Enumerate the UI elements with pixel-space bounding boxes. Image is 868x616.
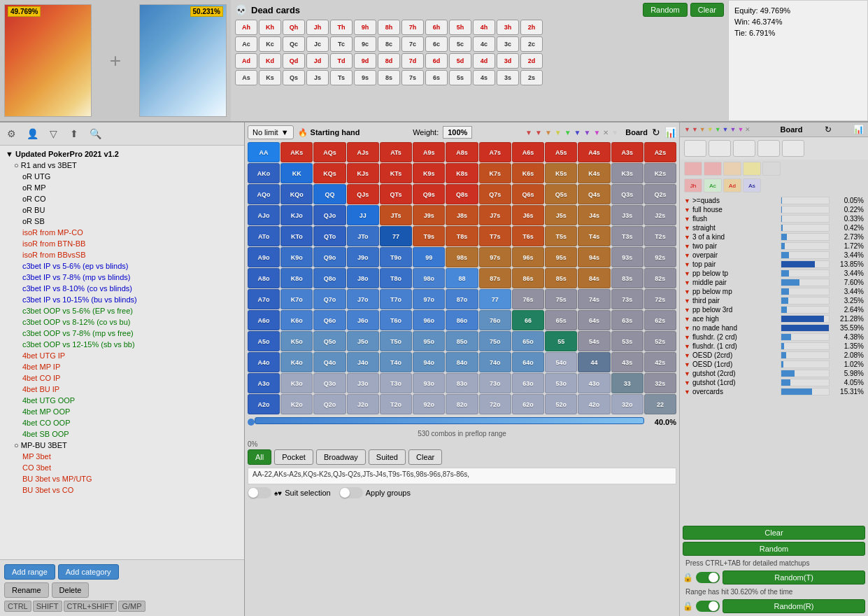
board-tile-Jh[interactable]: Jh <box>684 178 702 192</box>
chart-button[interactable]: 📊 <box>664 127 676 138</box>
hand-cell-92o[interactable]: 92o <box>413 394 445 414</box>
hand-cell-T2o[interactable]: T2o <box>380 394 412 414</box>
hand-cell-32o[interactable]: 32o <box>611 394 643 414</box>
game-mode-select[interactable]: No limit ▼ <box>248 125 294 139</box>
card-2s[interactable]: 2s <box>520 70 543 85</box>
hand-cell-94o[interactable]: 94o <box>413 352 445 372</box>
hand-cell-93s[interactable]: 93s <box>611 247 643 267</box>
card-4s[interactable]: 4s <box>473 70 495 85</box>
hand-cell-T8s[interactable]: T8s <box>446 226 478 246</box>
hand-cell-T4s[interactable]: T4s <box>578 226 610 246</box>
filter-x-icon[interactable]: ✕ <box>603 129 609 136</box>
hand-cell-QJs[interactable]: QJs <box>347 184 379 204</box>
sidebar-item-c3bet-oop-812[interactable]: c3bet OOP vs 8-12% (co vs bu) <box>3 316 241 328</box>
hand-cell-AJo[interactable]: AJo <box>248 205 280 225</box>
board-tile-5[interactable] <box>762 162 781 176</box>
sidebar-item-mp3bet[interactable]: MP 3bet <box>3 451 241 462</box>
sidebar-item-4bet-utg-ip[interactable]: 4bet UTG IP <box>3 350 241 361</box>
card-3d[interactable]: 3d <box>497 53 519 69</box>
sidebar-item-4bet-co-oop[interactable]: 4bet CO OOP <box>3 417 241 428</box>
hand-cell-KQo[interactable]: KQo <box>280 184 313 204</box>
hand-cell-96s[interactable]: 96s <box>512 247 544 267</box>
hand-cell-Q8o[interactable]: Q8o <box>313 268 346 288</box>
hand-cell-64o[interactable]: 64o <box>512 352 544 372</box>
card-6d[interactable]: 6d <box>425 53 448 69</box>
hand-cell-A9s[interactable]: A9s <box>413 142 445 162</box>
hand-cell-T6o[interactable]: T6o <box>380 310 412 330</box>
sidebar-item-c3bet-ip-56[interactable]: c3bet IP vs 5-6% (ep vs blinds) <box>3 260 241 272</box>
sidebar-item-c3bet-oop-78[interactable]: c3bet OOP vs 7-8% (mp vs free) <box>3 328 241 339</box>
delete-btn[interactable]: Delete <box>52 582 90 598</box>
hand-cell-K2o[interactable]: K2o <box>280 394 313 414</box>
random-r-toggle[interactable] <box>696 601 720 612</box>
board-tile-2[interactable] <box>704 162 722 176</box>
hand-cell-JJ[interactable]: JJ <box>347 205 379 225</box>
hand-cell-KJs[interactable]: KJs <box>347 163 379 183</box>
card-Jd[interactable]: Jd <box>306 53 329 69</box>
hand-cell-JTs[interactable]: JTs <box>380 205 412 225</box>
hand-cell-72o[interactable]: 72o <box>479 394 511 414</box>
sidebar-item-4bet-mp-oop[interactable]: 4bet MP OOP <box>3 406 241 417</box>
hand-cell-QTo[interactable]: QTo <box>313 226 346 246</box>
hand-cell-T6s[interactable]: T6s <box>512 226 544 246</box>
card-Ks[interactable]: Ks <box>259 70 281 85</box>
filter-clear-btn[interactable]: Clear <box>408 449 442 465</box>
refresh-stats-btn[interactable]: ↻ <box>825 125 832 134</box>
hand-cell-77[interactable]: 77 <box>479 289 511 309</box>
add-range-button[interactable]: + <box>110 50 121 72</box>
hand-cell-Q2o[interactable]: Q2o <box>313 394 346 414</box>
hand-cell-87o[interactable]: 87o <box>446 289 478 309</box>
hand-cell-AKs[interactable]: AKs <box>280 142 313 162</box>
hand-cell-K3o[interactable]: K3o <box>280 373 313 393</box>
hand-cell-65s[interactable]: 65s <box>545 310 577 330</box>
board-tile-Ac[interactable]: Ac <box>704 178 722 192</box>
hand-cell-65o[interactable]: 65o <box>512 331 544 351</box>
hand-cell-JTo[interactable]: JTo <box>347 226 379 246</box>
sidebar-item-c3bet-oop-56[interactable]: c3bet OOP vs 5-6% (EP vs free) <box>3 305 241 316</box>
board-tile-1[interactable] <box>684 162 702 176</box>
hand-cell-T8o[interactable]: T8o <box>380 268 412 288</box>
hand-cell-Q9s[interactable]: Q9s <box>413 184 445 204</box>
weight-value-box[interactable]: 100% <box>443 126 472 139</box>
sidebar-item-c3bet-ip-1015[interactable]: c3bet IP vs 10-15% (bu vs blinds) <box>3 294 241 305</box>
card-Qh[interactable]: Qh <box>283 20 305 35</box>
hand-cell-KTo[interactable]: KTo <box>280 226 313 246</box>
hand-cell-95o[interactable]: 95o <box>413 331 445 351</box>
card-Jc[interactable]: Jc <box>306 36 329 52</box>
hand-cell-K9s[interactable]: K9s <box>413 163 445 183</box>
hand-cell-99[interactable]: 99 <box>413 247 445 267</box>
hand-cell-52o[interactable]: 52o <box>545 394 577 414</box>
sidebar-item-c3bet-ip-810[interactable]: c3bet IP vs 8-10% (co vs blinds) <box>3 283 241 294</box>
hand-cell-82o[interactable]: 82o <box>446 394 478 414</box>
board-card-2[interactable] <box>709 140 731 157</box>
board-tile-4[interactable] <box>743 162 761 176</box>
hand-cell-A3s[interactable]: A3s <box>611 142 643 162</box>
hand-cell-Q6o[interactable]: Q6o <box>313 310 346 330</box>
hand-cell-J7o[interactable]: J7o <box>347 289 379 309</box>
card-4h[interactable]: 4h <box>473 20 495 35</box>
hand-cell-A4o[interactable]: A4o <box>248 352 280 372</box>
hand-cell-A8s[interactable]: A8s <box>446 142 478 162</box>
hand-cell-93o[interactable]: 93o <box>413 373 445 393</box>
hand-cell-72s[interactable]: 72s <box>644 289 676 309</box>
card-Qc[interactable]: Qc <box>283 36 305 52</box>
hand-cell-Q5s[interactable]: Q5s <box>545 184 577 204</box>
hand-cell-A5o[interactable]: A5o <box>248 331 280 351</box>
hand-cell-A7o[interactable]: A7o <box>248 289 280 309</box>
hand-cell-J4o[interactable]: J4o <box>347 352 379 372</box>
card-9c[interactable]: 9c <box>354 36 376 52</box>
hand-cell-Q9o[interactable]: Q9o <box>313 247 346 267</box>
tree-mpbu[interactable]: ○ MP-BU 3BET <box>3 440 241 451</box>
card-7s[interactable]: 7s <box>401 70 424 85</box>
hand-cell-52s[interactable]: 52s <box>644 331 676 351</box>
card-3c[interactable]: 3c <box>497 36 519 52</box>
hand-cell-J4s[interactable]: J4s <box>578 205 610 225</box>
hand-cell-63o[interactable]: 63o <box>512 373 544 393</box>
sidebar-item-or-mp[interactable]: oR MP <box>3 182 241 193</box>
hand-cell-AKo[interactable]: AKo <box>248 163 280 183</box>
chart-stats-btn[interactable]: 📊 <box>853 125 864 134</box>
hand-cell-87s[interactable]: 87s <box>479 268 511 288</box>
hand-cell-44[interactable]: 44 <box>578 352 610 372</box>
hand-cell-54o[interactable]: 54o <box>545 352 577 372</box>
hand-cell-ATo[interactable]: ATo <box>248 226 280 246</box>
